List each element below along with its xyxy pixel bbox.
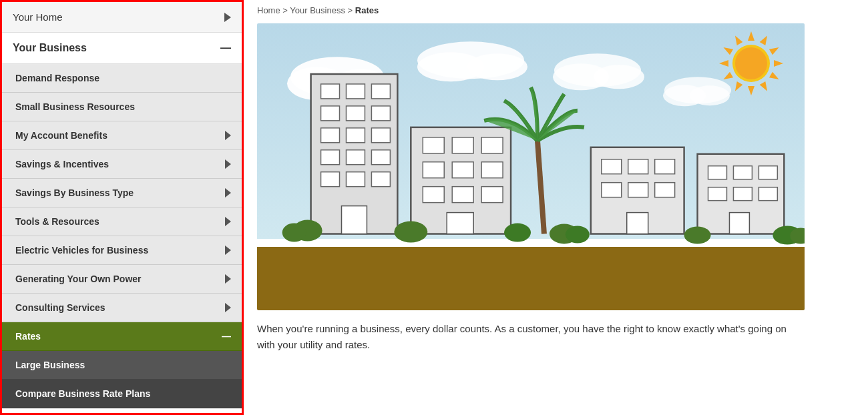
arrow-tri-icon bbox=[225, 217, 231, 226]
your-home-label: Your Home bbox=[13, 11, 63, 23]
svg-rect-68 bbox=[627, 212, 648, 234]
svg-marker-22 bbox=[722, 45, 733, 55]
svg-rect-55 bbox=[447, 212, 473, 234]
svg-rect-41 bbox=[371, 172, 390, 187]
breadcrumb-home[interactable]: Home bbox=[257, 5, 280, 15]
sidebar-item-large-business[interactable]: Large Business bbox=[2, 351, 242, 380]
svg-rect-33 bbox=[321, 128, 340, 143]
main-content: Home > Your Business > Rates bbox=[244, 0, 868, 415]
svg-rect-35 bbox=[371, 128, 390, 143]
svg-rect-34 bbox=[346, 128, 365, 143]
svg-marker-14 bbox=[769, 45, 781, 55]
sidebar-item-electric-vehicles[interactable]: Electric Vehicles for Business bbox=[2, 236, 242, 265]
breadcrumb-current: Rates bbox=[355, 5, 379, 15]
sidebar-item-label: Generating Your Own Power bbox=[15, 274, 142, 284]
sidebar-item-label: Savings & Incentives bbox=[15, 159, 109, 169]
svg-rect-71 bbox=[733, 166, 752, 179]
sidebar-item-demand-response[interactable]: Demand Response bbox=[2, 64, 242, 93]
svg-rect-51 bbox=[481, 162, 503, 178]
breadcrumb-separator: > bbox=[282, 5, 290, 15]
svg-rect-52 bbox=[423, 187, 444, 203]
sidebar-item-label: Tools & Resources bbox=[15, 216, 99, 227]
breadcrumb-business[interactable]: Your Business bbox=[290, 5, 345, 15]
svg-rect-31 bbox=[346, 106, 365, 121]
svg-marker-23 bbox=[732, 34, 743, 45]
arrow-right-icon bbox=[224, 13, 231, 22]
svg-rect-49 bbox=[423, 162, 444, 178]
sidebar-item-rates[interactable]: Rates — bbox=[2, 322, 242, 351]
sidebar-item-generating-power[interactable]: Generating Your Own Power bbox=[2, 265, 242, 294]
sidebar-item-my-account-benefits[interactable]: My Account Benefits bbox=[2, 121, 242, 150]
sidebar-item-label: Consulting Services bbox=[15, 302, 105, 313]
sidebar-item-tools-resources[interactable]: Tools & Resources bbox=[2, 208, 242, 236]
svg-rect-66 bbox=[628, 183, 648, 197]
svg-rect-39 bbox=[321, 172, 340, 187]
sidebar-item-consulting[interactable]: Consulting Services bbox=[2, 294, 242, 322]
svg-rect-28 bbox=[346, 84, 365, 99]
sidebar-item-compare-rates[interactable]: Compare Business Rate Plans bbox=[2, 380, 242, 408]
ground bbox=[257, 247, 805, 310]
arrow-tri-icon bbox=[225, 274, 231, 284]
sidebar-item-label: Demand Response bbox=[15, 73, 99, 83]
svg-rect-73 bbox=[708, 187, 727, 201]
svg-point-57 bbox=[394, 221, 427, 242]
svg-rect-74 bbox=[733, 187, 752, 201]
sidebar-item-label: Electric Vehicles for Business bbox=[15, 245, 148, 256]
svg-rect-76 bbox=[729, 212, 749, 234]
svg-rect-38 bbox=[371, 150, 390, 165]
your-business-label: Your Business bbox=[13, 42, 87, 54]
breadcrumb-separator-2: > bbox=[348, 5, 355, 15]
sidebar-item-label: Large Business bbox=[15, 360, 85, 370]
svg-rect-29 bbox=[371, 84, 390, 99]
arrow-tri-icon bbox=[225, 303, 231, 312]
sidebar-item-small-business[interactable]: Small Business Resources bbox=[2, 93, 242, 121]
svg-rect-37 bbox=[346, 150, 365, 165]
illustration bbox=[257, 23, 805, 310]
svg-rect-65 bbox=[602, 183, 622, 197]
svg-line-56 bbox=[537, 141, 544, 234]
arrow-tri-icon bbox=[225, 246, 231, 255]
sidebar-item-savings-by-business[interactable]: Savings By Business Type bbox=[2, 179, 242, 208]
sidebar: Your Home Your Business — Demand Respons… bbox=[0, 0, 244, 415]
svg-rect-53 bbox=[452, 187, 473, 203]
svg-rect-40 bbox=[346, 172, 365, 187]
sidebar-item-label: Compare Business Rate Plans bbox=[15, 388, 150, 399]
svg-rect-75 bbox=[758, 187, 777, 201]
svg-rect-70 bbox=[708, 166, 727, 179]
svg-rect-47 bbox=[452, 137, 473, 153]
description-text: When you're running a business, every do… bbox=[257, 321, 805, 353]
arrow-tri-icon bbox=[225, 131, 231, 140]
svg-rect-30 bbox=[321, 106, 340, 121]
sidebar-item-label: Savings By Business Type bbox=[15, 187, 134, 198]
svg-rect-42 bbox=[342, 206, 367, 234]
sidebar-item-label: Rates bbox=[15, 331, 41, 342]
sidebar-item-your-home[interactable]: Your Home bbox=[2, 2, 242, 33]
svg-marker-13 bbox=[760, 34, 771, 45]
svg-rect-48 bbox=[481, 137, 503, 153]
svg-rect-54 bbox=[481, 187, 503, 203]
arrow-tri-icon bbox=[225, 159, 231, 169]
svg-rect-32 bbox=[371, 106, 390, 121]
sidebar-item-label: Small Business Resources bbox=[15, 101, 135, 112]
breadcrumb: Home > Your Business > Rates bbox=[257, 0, 855, 23]
buildings-svg bbox=[257, 61, 805, 248]
sidebar-item-your-business[interactable]: Your Business — bbox=[2, 33, 242, 64]
svg-rect-36 bbox=[321, 150, 340, 165]
svg-rect-63 bbox=[628, 159, 648, 174]
svg-rect-27 bbox=[321, 84, 340, 99]
svg-rect-50 bbox=[452, 162, 473, 178]
sidebar-item-savings-incentives[interactable]: Savings & Incentives bbox=[2, 150, 242, 179]
svg-point-77 bbox=[684, 226, 711, 244]
svg-rect-64 bbox=[655, 159, 675, 174]
svg-rect-62 bbox=[602, 159, 622, 174]
svg-point-44 bbox=[282, 223, 306, 242]
svg-marker-12 bbox=[748, 31, 754, 41]
sidebar-item-label: My Account Benefits bbox=[15, 130, 107, 141]
svg-rect-46 bbox=[423, 137, 444, 153]
svg-point-60 bbox=[566, 226, 590, 243]
collapse-icon: — bbox=[220, 43, 231, 53]
svg-point-58 bbox=[504, 223, 531, 242]
svg-rect-72 bbox=[758, 166, 777, 179]
arrow-tri-icon bbox=[225, 188, 231, 197]
svg-rect-67 bbox=[655, 183, 675, 197]
